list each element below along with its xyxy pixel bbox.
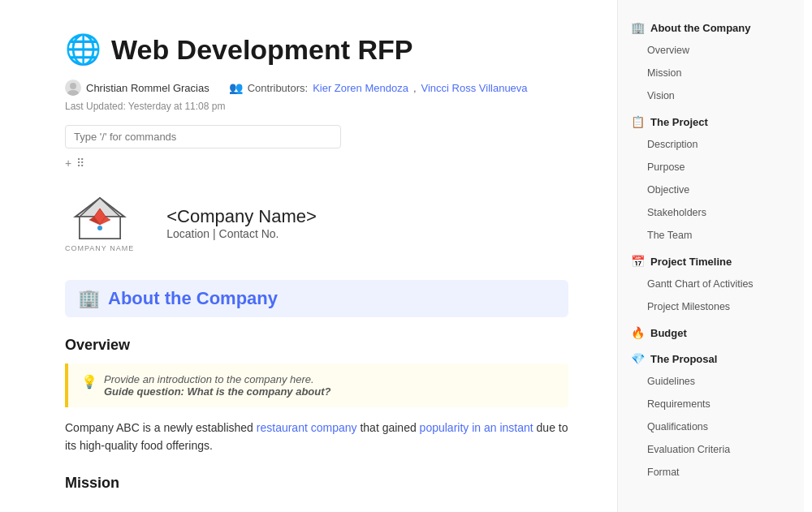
callout-line1: Provide an introduction to the company h… [104,373,331,385]
overview-title: Overview [65,337,568,354]
company-info: <Company Name> Location | Contact No. [166,206,317,240]
sidebar-item-evaluation[interactable]: Evaluation Criteria [618,438,804,461]
contributors-icon: 👥 [229,81,243,94]
company-name: <Company Name> [166,206,317,227]
callout-icon: 💡 [81,374,97,389]
sidebar-item-requirements[interactable]: Requirements [618,393,804,415]
sidebar-proposal-label: The Proposal [650,353,717,365]
sidebar-item-the-team[interactable]: The Team [618,224,804,247]
sidebar-item-purpose[interactable]: Purpose [618,156,804,179]
sidebar-item-qualifications[interactable]: Qualifications [618,415,804,438]
section-about-header: 🏢 About the Company [65,280,568,317]
sidebar: 🏢 About the Company Overview Mission Vis… [617,0,804,512]
sidebar-item-guidelines[interactable]: Guidelines [618,370,804,393]
sidebar-budget-label: Budget [650,327,687,339]
page-title-row: 🌐 Web Development RFP [65,32,568,67]
page-title: Web Development RFP [111,34,413,66]
sidebar-section-proposal-header[interactable]: 💎 The Proposal [618,347,804,370]
sidebar-timeline-icon: 📅 [631,255,645,268]
main-content: 🌐 Web Development RFP Christian Rommel G… [0,0,617,512]
section-about-title: About the Company [108,288,278,309]
sidebar-item-mission[interactable]: Mission [618,62,804,84]
svg-point-0 [70,83,76,89]
contributor-1[interactable]: Kier Zoren Mendoza [313,82,408,94]
sidebar-item-vision[interactable]: Vision [618,84,804,107]
sidebar-project-icon: 📋 [631,115,645,128]
highlight-restaurant: restaurant company [257,421,357,434]
sidebar-about-icon: 🏢 [631,21,645,34]
grid-icon: ⠿ [76,157,84,170]
sidebar-timeline-label: Project Timeline [650,256,732,268]
sidebar-section-timeline-header[interactable]: 📅 Project Timeline [618,250,804,273]
company-logo-box: COMPANY NAME [65,194,134,252]
sidebar-proposal-icon: 💎 [631,352,645,365]
sidebar-item-gantt[interactable]: Gantt Chart of Activities [618,273,804,295]
sidebar-section-timeline: 📅 Project Timeline Gantt Chart of Activi… [618,250,804,318]
add-row[interactable]: + ⠿ [65,157,568,170]
sidebar-item-format[interactable]: Format [618,461,804,484]
last-updated: Last Updated: Yesterday at 11:08 pm [65,101,568,112]
company-logo-svg [67,194,132,243]
sidebar-section-about-header[interactable]: 🏢 About the Company [618,16,804,39]
contributors-label: Contributors: [248,82,308,94]
mission-title: Mission [65,475,568,492]
svg-point-8 [97,226,102,230]
sidebar-budget-icon: 🔥 [631,326,645,339]
callout-line2: Guide question: What is the company abou… [104,385,331,398]
sidebar-item-stakeholders[interactable]: Stakeholders [618,201,804,224]
svg-point-1 [67,90,79,96]
contributors-info: 👥 Contributors: Kier Zoren Mendoza, Vinc… [229,81,528,94]
callout-box: 💡 Provide an introduction to the company… [65,364,568,407]
plus-icon: + [65,157,71,170]
contributor-2[interactable]: Vincci Ross Villanueva [421,82,528,94]
sidebar-about-label: About the Company [650,22,751,34]
company-location: Location | Contact No. [166,227,317,240]
sidebar-item-description[interactable]: Description [618,133,804,156]
sidebar-section-project: 📋 The Project Description Purpose Object… [618,110,804,247]
company-logo-label: COMPANY NAME [65,244,134,252]
highlight-popularity: popularity in an instant [420,421,533,434]
avatar [65,80,81,96]
command-input[interactable] [65,125,341,148]
sidebar-section-project-header[interactable]: 📋 The Project [618,110,804,133]
page-title-icon: 🌐 [65,32,102,67]
meta-row: Christian Rommel Gracias 👥 Contributors:… [65,80,568,96]
sidebar-project-label: The Project [650,116,708,128]
sidebar-section-budget-header[interactable]: 🔥 Budget [618,321,804,344]
author-info: Christian Rommel Gracias [65,80,209,96]
author-name: Christian Rommel Gracias [86,82,209,94]
sidebar-section-proposal: 💎 The Proposal Guidelines Requirements Q… [618,347,804,484]
sidebar-section-budget: 🔥 Budget [618,321,804,344]
sidebar-item-overview[interactable]: Overview [618,39,804,62]
company-card: COMPANY NAME <Company Name> Location | C… [65,186,568,260]
sidebar-item-milestones[interactable]: Project Milestones [618,295,804,318]
section-about-icon: 🏢 [78,288,100,309]
sidebar-section-about: 🏢 About the Company Overview Mission Vis… [618,16,804,107]
overview-body: Company ABC is a newly established resta… [65,419,568,455]
sidebar-item-objective[interactable]: Objective [618,179,804,201]
